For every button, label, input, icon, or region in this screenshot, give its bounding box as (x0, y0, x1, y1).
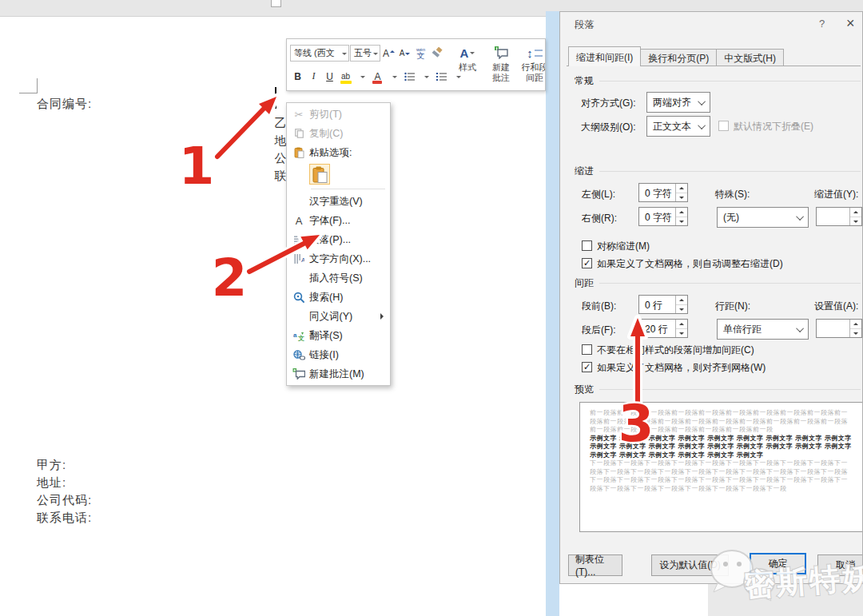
menu-item-label: 剪切(T) (309, 108, 342, 121)
menu-item-label: 搜索(H) (309, 291, 343, 304)
bottom-right-panel (708, 584, 863, 616)
mirror-indents-row: 对称缩进(M) (582, 240, 650, 253)
highlight-dropdown[interactable] (354, 68, 369, 85)
highlight-button[interactable]: ab (338, 68, 353, 85)
close-button[interactable]: × (846, 15, 855, 32)
tab-line-and-page-breaks[interactable]: 换行和分页(P) (640, 49, 717, 66)
font-icon: A (288, 215, 309, 227)
clipped-char: 地 (274, 132, 287, 149)
menu-item-cut: ✂ 剪切(T) (287, 105, 390, 124)
line-spacing-button[interactable]: ↕ 行和段 间距 (519, 39, 546, 90)
preview-next-paragraph: 下一段落下一段落下一段落下一段落下一段落下一段落下一段落下一段落下一段落下一段落… (590, 459, 854, 493)
italic-button[interactable]: I (306, 68, 321, 85)
highlight-color-bar (340, 81, 352, 84)
at-spinner[interactable] (816, 319, 862, 338)
menu-item-label: 汉字重选(V) (309, 195, 363, 209)
paste-options-row (287, 162, 390, 186)
snap-to-grid-label: 如果定义了文档网格，则对齐到网格(W) (597, 361, 766, 375)
tabs-button[interactable]: 制表位(T)... (568, 554, 622, 576)
right-indent-spinner[interactable]: 0 字符 (638, 207, 688, 226)
font-color-button[interactable]: A (370, 68, 385, 85)
grow-font-icon: A (383, 48, 389, 59)
numbering-button[interactable] (434, 68, 449, 85)
cancel-button[interactable]: 取消 (817, 554, 863, 576)
chevron-down-icon (456, 76, 461, 81)
shrink-font-button[interactable]: A (397, 45, 412, 62)
line-spacing-select[interactable]: 单倍行距 (717, 319, 809, 340)
line-spacing-label-2: 间距 (526, 73, 543, 83)
no-space-same-style-checkbox[interactable] (582, 344, 592, 355)
menu-item-synonyms[interactable]: 同义词(Y) (287, 307, 390, 326)
spinner-arrows[interactable] (675, 320, 687, 337)
menu-item-insert-symbol[interactable]: 插入符号(S) (287, 268, 390, 288)
alignment-label: 对齐方式(G): (581, 97, 636, 110)
spinner-arrows[interactable] (849, 320, 861, 337)
menu-item-reconvert[interactable]: 汉字重选(V) (287, 192, 390, 211)
set-default-button[interactable]: 设为默认值(D) (651, 554, 729, 576)
menu-item-text-direction[interactable]: A 文字方向(X)... (287, 249, 390, 268)
outline-level-label: 大纲级别(O): (581, 121, 636, 134)
menu-item-translate[interactable]: a文 翻译(S) (287, 326, 390, 345)
bullets-button[interactable] (402, 68, 417, 85)
space-before-spinner[interactable]: 0 行 (638, 295, 688, 314)
outline-level-value: 正文文本 (647, 120, 695, 133)
tab-asian-typography[interactable]: 中文版式(H) (716, 49, 784, 66)
translate-icon: a文 (288, 331, 309, 341)
auto-right-indent-row: ✓ 如果定义了文档网格，则自动调整右缩进(D) (582, 257, 783, 271)
font-name-select[interactable]: 等线 (西文 (290, 45, 349, 62)
spin-down-icon (679, 332, 684, 337)
snap-to-grid-checkbox[interactable]: ✓ (582, 362, 592, 372)
phonetic-guide-button[interactable]: wén文 (413, 45, 428, 62)
numbering-dropdown[interactable] (450, 68, 465, 85)
indent-by-spinner[interactable] (816, 207, 862, 226)
page-corner-mark (19, 78, 38, 93)
menu-item-copy: 复制(C) (287, 124, 390, 143)
clipped-char: 公 (274, 149, 287, 167)
menu-item-search[interactable]: 搜索(H) (287, 288, 390, 307)
menu-item-label: 粘贴选项: (309, 146, 352, 160)
general-group: 常规 (575, 74, 861, 88)
help-button[interactable]: ? (819, 18, 825, 30)
step2-label: 2 (212, 248, 248, 308)
no-space-same-style-label: 不要在相同样式的段落间增加间距(C) (597, 344, 754, 357)
menu-item-link[interactable]: 链接(I) (287, 345, 390, 364)
format-painter-button[interactable] (429, 45, 444, 62)
grow-font-button[interactable]: A (381, 45, 396, 62)
mirror-indents-checkbox[interactable] (582, 240, 592, 251)
font-color-dropdown[interactable] (386, 68, 401, 85)
menu-item-label: 同义词(Y) (309, 310, 352, 324)
space-after-label: 段后(F): (582, 324, 616, 337)
chevron-down-icon (470, 52, 475, 57)
indent-group: 缩进 (575, 165, 861, 178)
space-before-value: 0 行 (639, 296, 675, 313)
space-after-spinner[interactable]: 20 行 (638, 319, 688, 338)
spinner-arrows[interactable] (675, 208, 687, 225)
spinner-arrows[interactable] (675, 296, 687, 313)
bold-button[interactable]: B (290, 68, 305, 85)
party-line: 联系电话: (37, 509, 92, 527)
ribbon-collapse-handle[interactable] (271, 0, 281, 7)
line-spacing-value: 单倍行距 (718, 323, 793, 336)
left-indent-spinner[interactable]: 0 字符 (638, 183, 688, 202)
special-select[interactable]: (无) (717, 207, 809, 228)
spinner-arrows[interactable] (675, 184, 687, 201)
link-icon (288, 350, 309, 360)
spin-up-icon (679, 209, 684, 213)
menu-item-paragraph[interactable]: 段落(P)... (287, 230, 390, 249)
menu-item-label: 文字方向(X)... (309, 252, 371, 266)
new-comment-button[interactable]: 新建 批注 (485, 39, 517, 90)
menu-item-new-comment[interactable]: 新建批注(M) (287, 364, 390, 384)
submenu-arrow-icon (380, 313, 387, 320)
chevron-down-icon (392, 76, 397, 81)
font-size-select[interactable]: 五号 (350, 45, 380, 62)
outline-level-select[interactable]: 正文文本 (646, 116, 710, 137)
underline-button[interactable]: U (322, 68, 337, 85)
alignment-select[interactable]: 两端对齐 (646, 92, 710, 113)
paste-keep-source-formatting-button[interactable] (309, 164, 330, 185)
auto-right-indent-checkbox[interactable]: ✓ (582, 258, 592, 268)
menu-item-font[interactable]: A 字体(F)... (287, 211, 390, 230)
tab-indents-and-spacing[interactable]: 缩进和间距(I) (568, 46, 641, 66)
spinner-arrows[interactable] (849, 208, 861, 225)
ok-button[interactable]: 确定 (750, 553, 806, 574)
bullets-dropdown[interactable] (418, 68, 433, 85)
